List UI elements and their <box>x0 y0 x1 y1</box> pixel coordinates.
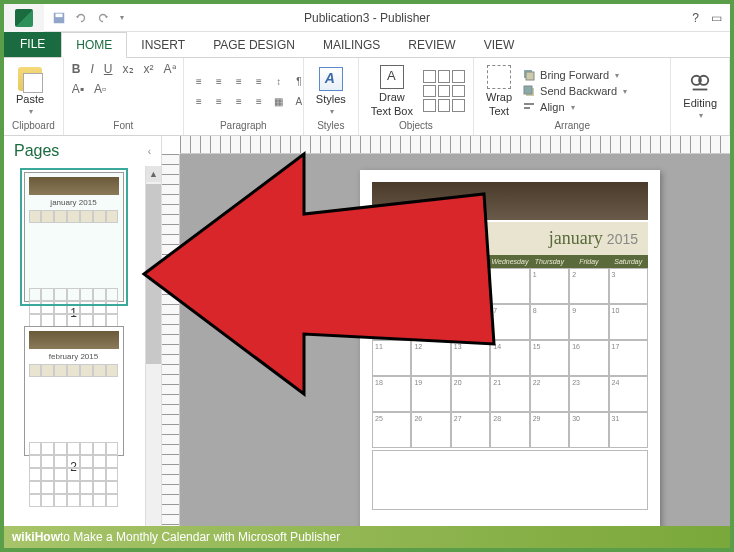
ribbon-options-icon[interactable]: ▭ <box>711 11 722 25</box>
styles-button[interactable]: Styles ▾ <box>312 65 350 118</box>
calendar-cell: 31 <box>609 412 648 448</box>
day-wed: Wednesday <box>490 255 529 268</box>
shapes-gallery[interactable] <box>423 70 465 112</box>
bring-forward-button[interactable]: Bring Forward ▾ <box>522 68 627 82</box>
pages-title: Pages <box>14 142 59 160</box>
italic-button[interactable]: I <box>90 62 93 76</box>
arrange-group: Wrap Text Bring Forward ▾ Send Backward … <box>474 58 671 135</box>
page-thumb-1[interactable]: january 2015 1 <box>19 172 129 320</box>
calendar-cell: 12 <box>411 340 450 376</box>
subscript-button[interactable]: x₂ <box>123 62 134 76</box>
app-menu[interactable] <box>4 4 44 32</box>
columns-button[interactable]: ▦ <box>272 93 286 109</box>
vertical-ruler[interactable] <box>162 154 180 526</box>
calendar-cell: 13 <box>451 340 490 376</box>
collapse-icon[interactable]: ‹ <box>148 146 151 157</box>
decrease-indent-button[interactable]: ≡ <box>232 73 246 89</box>
help-button[interactable]: ? <box>692 11 699 25</box>
svg-rect-3 <box>526 72 534 80</box>
document-page[interactable]: january 2015 Sunday Monday Tuesday Wedne… <box>360 170 660 526</box>
align-button[interactable]: Align ▾ <box>522 100 627 114</box>
file-tab[interactable]: FILE <box>4 31 61 57</box>
svg-rect-1 <box>56 13 63 17</box>
qat-more-icon[interactable]: ▾ <box>120 13 124 22</box>
chevron-down-icon: ▾ <box>571 103 575 112</box>
calendar-cell: 28 <box>490 412 529 448</box>
editing-button[interactable]: Editing ▾ <box>679 71 721 122</box>
numbering-button[interactable]: ≡ <box>212 73 226 89</box>
arrange-label: Arrange <box>482 120 662 133</box>
superscript-button[interactable]: x² <box>144 62 154 76</box>
calendar-cell: 19 <box>411 376 450 412</box>
pages-header: Pages ‹ <box>4 136 161 166</box>
calendar-cell: 4 <box>372 304 411 340</box>
align-center-button[interactable]: ≡ <box>212 93 226 109</box>
title-bar: ▾ Publication3 - Publisher ? ▭ <box>4 4 730 32</box>
find-icon <box>689 73 711 95</box>
quick-access-toolbar: ▾ <box>44 11 132 25</box>
chevron-down-icon: ▾ <box>699 111 703 120</box>
textbox-label: Text Box <box>371 105 413 117</box>
increase-indent-button[interactable]: ≡ <box>252 73 266 89</box>
page-thumb-2[interactable]: february 2015 2 <box>19 326 129 474</box>
day-thu: Thursday <box>530 255 569 268</box>
calendar-cell <box>451 268 490 304</box>
draw-text-box-button[interactable]: Draw Text Box <box>367 63 417 119</box>
mailings-tab[interactable]: MAILINGS <box>309 33 394 57</box>
scrollbar-thumb[interactable] <box>146 184 161 364</box>
wrap-label: Wrap <box>486 91 512 103</box>
calendar-cell: 2 <box>569 268 608 304</box>
align-right-button[interactable]: ≡ <box>232 93 246 109</box>
bold-button[interactable]: B <box>72 62 81 76</box>
canvas-scroll[interactable]: january 2015 Sunday Monday Tuesday Wedne… <box>180 154 730 526</box>
redo-icon[interactable] <box>96 11 110 25</box>
editing-label: Editing <box>683 97 717 109</box>
calendar-title: january 2015 <box>372 222 648 255</box>
chevron-down-icon: ▾ <box>615 71 619 80</box>
calendar-cell: 18 <box>372 376 411 412</box>
scroll-up-icon[interactable]: ▲ <box>146 166 161 182</box>
paragraph-label: Paragraph <box>192 120 295 133</box>
pages-scrollbar[interactable]: ▲ <box>145 166 161 526</box>
calendar-cell: 27 <box>451 412 490 448</box>
ribbon: Paste ▾ Clipboard B I U x₂ x² Aᵃ A▪ A▫ <box>4 58 730 136</box>
wrap-icon <box>487 65 511 89</box>
calendar-cell: 26 <box>411 412 450 448</box>
day-fri: Friday <box>569 255 608 268</box>
calendar-cell: 10 <box>609 304 648 340</box>
svg-rect-7 <box>524 107 530 109</box>
calendar-cell: 7 <box>490 304 529 340</box>
page-design-tab[interactable]: PAGE DESIGN <box>199 33 309 57</box>
calendar-cell: 1 <box>530 268 569 304</box>
day-tue: Tuesday <box>451 255 490 268</box>
review-tab[interactable]: REVIEW <box>394 33 469 57</box>
calendar-header-image <box>372 182 648 220</box>
wrap-text-button[interactable]: Wrap Text <box>482 63 516 119</box>
align-left-button[interactable]: ≡ <box>192 93 206 109</box>
highlight-button[interactable]: A▫ <box>94 82 106 96</box>
calendar-cell: 25 <box>372 412 411 448</box>
calendar-cell: 8 <box>530 304 569 340</box>
undo-icon[interactable] <box>74 11 88 25</box>
underline-button[interactable]: U <box>104 62 113 76</box>
caption-text: to Make a Monthly Calendar with Microsof… <box>60 530 340 544</box>
save-icon[interactable] <box>52 11 66 25</box>
view-tab[interactable]: VIEW <box>470 33 529 57</box>
bullets-button[interactable]: ≡ <box>192 73 206 89</box>
insert-tab[interactable]: INSERT <box>127 33 199 57</box>
font-color-button[interactable]: A▪ <box>72 82 84 96</box>
font-group: B I U x₂ x² Aᵃ A▪ A▫ Font <box>64 58 184 135</box>
workspace: Pages ‹ january 2015 1 february <box>4 136 730 526</box>
day-sun: Sunday <box>372 255 411 268</box>
styles-group: Styles ▾ Styles <box>304 58 359 135</box>
home-tab[interactable]: HOME <box>61 32 127 58</box>
calendar-day-headers: Sunday Monday Tuesday Wednesday Thursday… <box>372 255 648 268</box>
send-backward-button[interactable]: Send Backward ▾ <box>522 84 627 98</box>
line-spacing-button[interactable]: ↕ <box>272 73 286 89</box>
change-case-button[interactable]: Aᵃ <box>164 62 177 76</box>
horizontal-ruler[interactable] <box>180 136 730 154</box>
clipboard-group: Paste ▾ Clipboard <box>4 58 64 135</box>
align-icon <box>522 100 536 114</box>
paste-button[interactable]: Paste ▾ <box>12 65 48 118</box>
justify-button[interactable]: ≡ <box>252 93 266 109</box>
